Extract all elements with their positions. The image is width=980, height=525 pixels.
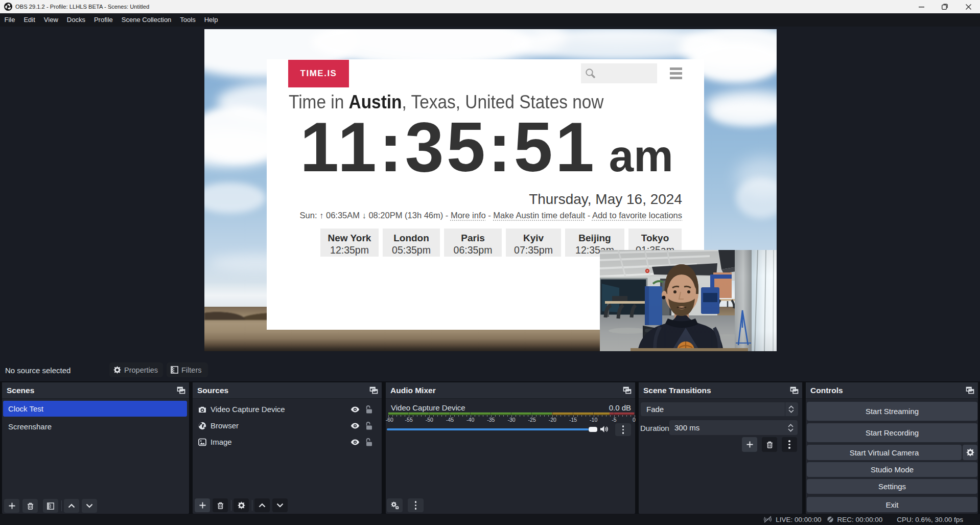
menu-item[interactable]: Help	[200, 13, 222, 27]
properties-button[interactable]: Properties	[109, 362, 163, 377]
source-down-button[interactable]	[272, 498, 288, 512]
webcam-overlay[interactable]	[600, 250, 777, 351]
menu-item[interactable]: File	[0, 13, 19, 27]
restore-icon	[942, 4, 948, 10]
filters-icon	[171, 366, 178, 374]
add-scene-button[interactable]	[4, 499, 19, 513]
mixer-menu-button[interactable]	[408, 498, 424, 512]
scenes-dock-header[interactable]: Scenes	[2, 382, 189, 398]
favorite-link[interactable]: Add to favorite locations	[592, 211, 682, 220]
remove-scene-button[interactable]	[22, 499, 38, 513]
lock-open-icon[interactable]	[365, 405, 373, 414]
kebab-icon	[782, 437, 797, 452]
lock-open-icon[interactable]	[365, 438, 373, 447]
city-time-box[interactable]: Paris 06:35pm	[444, 229, 502, 257]
city-time-box[interactable]: London 05:35pm	[383, 229, 440, 257]
city-time-box[interactable]: New York 12:35pm	[320, 229, 379, 257]
filters-button[interactable]: Filters	[167, 362, 208, 377]
duration-input[interactable]: 300 ms	[669, 420, 798, 435]
sun-info-line: Sun: ↑ 06:35AM ↓ 08:20PM (13h 46m) - Mor…	[300, 211, 682, 220]
sources-dock: Sources Video Capture Device	[193, 382, 382, 514]
minimize-button[interactable]	[909, 0, 933, 13]
source-row-video-capture[interactable]: Video Capture Device	[193, 401, 382, 418]
popout-icon[interactable]	[369, 386, 378, 395]
source-up-button[interactable]	[254, 498, 270, 512]
source-row-browser[interactable]: Browser	[193, 418, 382, 434]
start-streaming-button[interactable]: Start Streaming	[807, 402, 977, 421]
transitions-dock-header[interactable]: Scene Transitions	[639, 382, 802, 398]
maximize-button[interactable]	[933, 0, 956, 13]
add-transition-button[interactable]	[742, 437, 757, 452]
mixer-dock-header[interactable]: Audio Mixer	[386, 382, 635, 398]
properties-label: Properties	[124, 366, 158, 374]
make-default-link[interactable]: Make Austin time default	[493, 211, 585, 220]
menu-hamburger-icon[interactable]	[670, 67, 682, 79]
kebab-icon	[408, 498, 424, 512]
search-input[interactable]	[581, 63, 657, 83]
speaker-icon[interactable]	[600, 425, 609, 433]
popout-icon[interactable]	[623, 386, 632, 395]
source-label: Image	[211, 434, 232, 450]
scene-item-screenshare[interactable]: Screenshare	[3, 419, 187, 435]
scene-down-button[interactable]	[82, 499, 97, 513]
menu-item[interactable]: Scene Collection	[117, 13, 176, 27]
mixer-channel-name: Video Capture Device	[391, 403, 465, 412]
date-text: Thursday, May 16, 2024	[529, 191, 682, 208]
duration-up-icon[interactable]	[788, 424, 794, 427]
virtual-camera-settings-button[interactable]	[963, 445, 977, 460]
transition-select-arrows	[785, 402, 798, 416]
eye-visible-icon[interactable]	[351, 405, 360, 414]
exit-button[interactable]: Exit	[807, 497, 977, 512]
start-recording-button[interactable]: Start Recording	[807, 423, 977, 442]
mixer-db-value: 0.0 dB	[609, 403, 631, 412]
menu-item[interactable]: View	[39, 13, 62, 27]
live-time: LIVE: 00:00:00	[776, 516, 821, 523]
menu-item[interactable]: Edit	[19, 13, 39, 27]
transition-select[interactable]: Fade	[641, 402, 798, 416]
start-virtual-camera-button[interactable]: Start Virtual Camera	[807, 445, 962, 460]
timeis-logo[interactable]: TIME.IS	[288, 60, 349, 87]
volume-slider-handle[interactable]	[589, 427, 597, 432]
source-row-image[interactable]: Image	[193, 434, 382, 450]
scene-filters-button[interactable]	[43, 499, 58, 513]
menu-item[interactable]: Profile	[89, 13, 117, 27]
popout-icon[interactable]	[966, 386, 974, 395]
gear-icon	[238, 501, 245, 509]
statusbar: LIVE: 00:00:00 REC: 00:00:00 CPU: 0.6%, …	[0, 514, 980, 525]
close-button[interactable]	[956, 0, 980, 13]
chevron-down-icon	[86, 504, 93, 508]
popout-icon[interactable]	[790, 386, 799, 395]
source-properties-button[interactable]	[234, 498, 249, 512]
remove-source-button[interactable]	[213, 498, 228, 512]
remove-transition-button[interactable]	[762, 437, 777, 452]
menu-item[interactable]: Tools	[176, 13, 200, 27]
duration-down-icon[interactable]	[788, 428, 794, 432]
separator	[252, 500, 252, 511]
titlebar: OBS 29.1.2 - Profile: LLHLS BETA - Scene…	[0, 0, 980, 13]
lock-open-icon[interactable]	[365, 421, 373, 430]
mixer-channel-menu-button[interactable]	[615, 423, 631, 436]
transitions-title: Scene Transitions	[643, 386, 711, 395]
eye-visible-icon[interactable]	[351, 438, 360, 447]
city-time-box[interactable]: Kyiv 07:35pm	[506, 229, 561, 257]
sources-dock-header[interactable]: Sources	[193, 382, 382, 398]
cpu-text: CPU: 0.6%, 30.00 fps	[897, 516, 963, 523]
advanced-audio-button[interactable]	[387, 498, 403, 512]
popout-icon[interactable]	[177, 386, 185, 395]
eye-visible-icon[interactable]	[351, 421, 360, 430]
studio-mode-button[interactable]: Studio Mode	[807, 462, 977, 477]
menu-item[interactable]: Docks	[62, 13, 89, 27]
more-info-link[interactable]: More info	[451, 211, 486, 220]
rec-time: REC: 00:00:00	[837, 516, 883, 523]
add-source-button[interactable]	[195, 498, 210, 512]
minimize-icon	[919, 4, 924, 10]
volume-slider[interactable]	[387, 428, 597, 430]
settings-button[interactable]: Settings	[807, 479, 977, 494]
scene-up-button[interactable]	[64, 499, 79, 513]
transition-properties-button[interactable]	[782, 437, 797, 452]
plus-icon	[746, 441, 753, 448]
scene-item-clock-test[interactable]: Clock Test	[3, 401, 187, 417]
scene-transitions-dock: Scene Transitions Fade Duration 300 ms	[639, 382, 802, 514]
controls-dock-header[interactable]: Controls	[806, 382, 978, 398]
preview-canvas[interactable]: TIME.IS Time in Austin, Texas, United St…	[204, 29, 777, 351]
